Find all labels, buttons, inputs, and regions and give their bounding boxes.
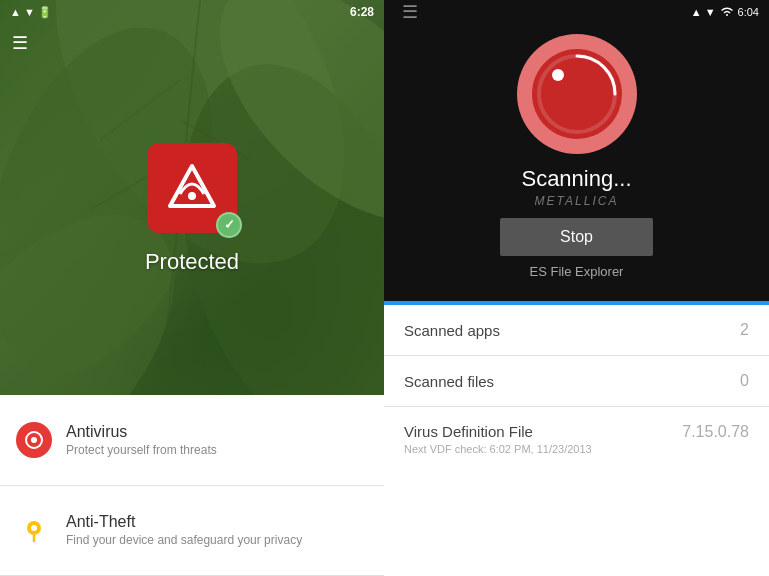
menu-item-antivirus[interactable]: Antivirus Protect yourself from threats [0, 395, 384, 486]
vdf-version: 7.15.0.78 [682, 423, 749, 441]
antivirus-subtitle: Protect yourself from threats [66, 443, 217, 457]
antitheft-subtitle: Find your device and safeguard your priv… [66, 533, 302, 547]
wifi-signal-icons-left: ▲ ▼ 🔋 [10, 6, 52, 19]
time-right: 6:04 [738, 6, 759, 18]
stop-button[interactable]: Stop [500, 218, 653, 256]
antivirus-icon [16, 422, 52, 458]
scan-animation [517, 34, 637, 154]
protected-text: Protected [145, 249, 239, 275]
scanning-current-app: METALLICA [535, 194, 619, 208]
menu-item-antitheft[interactable]: Anti-Theft Find your device and safeguar… [0, 486, 384, 577]
protected-container: Protected [0, 62, 384, 395]
scan-circle-inner [532, 49, 622, 139]
scan-dot [552, 69, 564, 81]
wifi-icon-right [720, 7, 734, 17]
antitheft-icon [16, 512, 52, 548]
antivirus-icon-svg [23, 429, 45, 451]
scanning-label: Scanning... [521, 166, 631, 192]
right-panel: ☰ ▲ ▼ 6:04 [384, 0, 769, 576]
scan-circle-outer [517, 34, 637, 154]
vdf-subtitle: Next VDF check: 6:02 PM, 11/23/2013 [404, 443, 592, 455]
scanned-files-row: Scanned files 0 [384, 356, 769, 407]
vdf-title: Virus Definition File [404, 423, 592, 440]
antitheft-text: Anti-Theft Find your device and safeguar… [66, 513, 302, 547]
scanned-files-label: Scanned files [404, 373, 494, 390]
status-bar-left: ▲ ▼ 🔋 6:28 [0, 0, 384, 24]
antitheft-title: Anti-Theft [66, 513, 302, 531]
antivirus-title: Antivirus [66, 423, 217, 441]
avira-logo-icon [162, 158, 222, 218]
check-badge [216, 212, 242, 238]
scanned-apps-row: Scanned apps 2 [384, 305, 769, 356]
scanned-files-value: 0 [740, 372, 749, 390]
antitheft-icon-svg [20, 516, 48, 544]
left-panel: ▲ ▼ 🔋 6:28 ☰ Protected [0, 0, 384, 576]
scanned-apps-label: Scanned apps [404, 322, 500, 339]
scan-screen: ☰ ▲ ▼ 6:04 [384, 0, 769, 305]
svg-point-15 [31, 525, 37, 531]
vdf-left: Virus Definition File Next VDF check: 6:… [404, 423, 592, 455]
stats-area: Scanned apps 2 Scanned files 0 Virus Def… [384, 305, 769, 576]
hamburger-menu-left[interactable]: ☰ [0, 24, 384, 62]
svg-point-13 [31, 437, 37, 443]
scanned-apps-value: 2 [740, 321, 749, 339]
avira-logo-wrap [147, 143, 237, 233]
scan-progress-bar [384, 301, 769, 305]
time-left: 6:28 [350, 5, 374, 19]
left-bottom-menu: Antivirus Protect yourself from threats … [0, 395, 384, 576]
current-file-label: ES File Explorer [530, 264, 624, 279]
hamburger-menu-right[interactable]: ☰ [394, 0, 426, 27]
right-status-icons: ▲ ▼ 6:04 [691, 6, 759, 18]
svg-point-11 [188, 192, 196, 200]
scan-arc-svg [532, 49, 622, 139]
status-bar-right: ☰ ▲ ▼ 6:04 [384, 0, 769, 24]
vdf-row: Virus Definition File Next VDF check: 6:… [384, 407, 769, 471]
antivirus-text: Antivirus Protect yourself from threats [66, 423, 217, 457]
